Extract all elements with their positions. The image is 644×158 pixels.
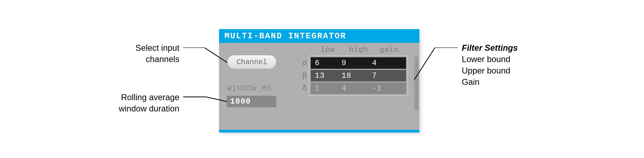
alpha-low[interactable]: 6 <box>315 59 342 67</box>
filter-rows: α 6 9 4 β 13 18 7 δ <box>309 55 408 96</box>
alpha-high[interactable]: 9 <box>342 59 372 67</box>
callout-channel-line1: Select input <box>92 42 179 53</box>
panel-title: MULTI-BAND INTEGRATOR <box>219 29 420 43</box>
callout-window: Rolling average window duration <box>92 92 179 114</box>
filter-values-delta[interactable]: 1 4 -1 <box>311 83 406 94</box>
callout-window-line2: window duration <box>92 103 179 114</box>
leader-line-filter <box>414 47 460 82</box>
filter-values-beta[interactable]: 13 18 7 <box>311 70 406 82</box>
band-label-beta: β <box>300 71 310 80</box>
window-ms-input[interactable]: 1000 <box>227 96 276 107</box>
channel-button[interactable]: Channel <box>227 55 277 69</box>
window-ms-label: WINDOW_MS <box>227 84 272 93</box>
callout-channel: Select input channels <box>92 42 179 65</box>
callout-filter-line3: Gain <box>462 76 518 88</box>
filter-values-alpha[interactable]: 6 9 4 <box>311 57 406 69</box>
multi-band-integrator-panel: MULTI-BAND INTEGRATOR Channel WINDOW_MS … <box>219 29 420 132</box>
filter-table: low high gain α 6 9 4 β 13 18 <box>309 46 408 96</box>
band-label-delta: δ <box>300 84 310 93</box>
callout-channel-line2: channels <box>92 53 179 65</box>
callout-window-line1: Rolling average <box>92 92 179 103</box>
filter-row-delta: δ 1 4 -1 <box>311 83 406 94</box>
callout-filter-line2: Upper bound <box>462 65 518 76</box>
callout-filter-line1: Lower bound <box>462 53 518 65</box>
panel-footer-bar <box>219 130 420 132</box>
alpha-gain[interactable]: 4 <box>372 59 395 67</box>
delta-high[interactable]: 4 <box>342 84 372 93</box>
filter-row-alpha: α 6 9 4 <box>311 57 406 69</box>
panel-body: Channel WINDOW_MS 1000 low high gain α 6… <box>219 43 420 130</box>
callout-filter: Filter Settings Lower bound Upper bound … <box>462 42 518 88</box>
delta-low[interactable]: 1 <box>315 84 342 93</box>
header-high: high <box>349 46 380 54</box>
filter-headers: low high gain <box>309 46 408 54</box>
header-gain: gain <box>380 46 404 54</box>
beta-low[interactable]: 13 <box>315 71 342 80</box>
band-label-alpha: α <box>300 59 310 67</box>
beta-high[interactable]: 18 <box>342 71 372 80</box>
callout-filter-title: Filter Settings <box>462 42 518 53</box>
header-low: low <box>320 46 349 54</box>
delta-gain[interactable]: -1 <box>372 84 395 93</box>
beta-gain[interactable]: 7 <box>372 71 395 80</box>
filter-row-beta: β 13 18 7 <box>311 70 406 82</box>
resize-grip-icon[interactable] <box>414 57 420 110</box>
